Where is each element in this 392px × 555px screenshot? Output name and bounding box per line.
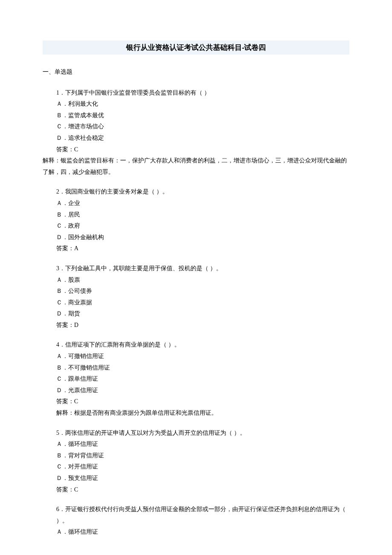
question-stem: 4．信用证项下的汇票附有商业单据的是（ ）。 xyxy=(43,339,349,351)
question-option: Ｄ．期货 xyxy=(43,308,349,320)
question-option: Ｄ．预支信用证 xyxy=(43,473,349,484)
question-block: 6．开证银行授权代付行向受益人预付信用证金额的全部或一部分，由开证行保证偿还并负… xyxy=(43,504,349,538)
question-stem: 5．两张信用证的开证申请人互以对方为受益人而开立的信用证为（ ）。 xyxy=(43,428,349,439)
question-answer: 答案：C xyxy=(43,484,349,496)
question-option: Ｂ．背对背信用证 xyxy=(43,450,349,462)
question-option: Ｄ．追求社会稳定 xyxy=(43,133,349,144)
question-option: Ｄ．光票信用证 xyxy=(43,385,349,396)
question-option: Ｃ．跟单信用证 xyxy=(43,373,349,385)
question-option: Ａ．股票 xyxy=(43,275,349,286)
question-option: Ａ．可撤销信用证 xyxy=(43,351,349,362)
question-block: 5．两张信用证的开证申请人互以对方为受益人而开立的信用证为（ ）。 Ａ．循环信用… xyxy=(43,428,349,496)
question-answer: 答案：D xyxy=(43,320,349,331)
question-option: Ａ．循环信用证 xyxy=(43,526,349,538)
question-answer: 答案：C xyxy=(43,396,349,408)
page-title: 银行从业资格认证考试公共基础科目-试卷四 xyxy=(43,43,349,52)
question-explanation: 解释：银监会的监管目标有：一，保护广大存款人和消费者的利益，二，增进市场信心，三… xyxy=(43,155,349,178)
question-explanation-wrapper: 解释：银监会的监管目标有：一，保护广大存款人和消费者的利益，二，增进市场信心，三… xyxy=(43,155,349,178)
question-stem: 2．我国商业银行的主要业务对象是（ ）。 xyxy=(43,186,349,198)
question-option: Ｄ．国外金融机构 xyxy=(43,232,349,243)
question-stem: 6．开证银行授权代付行向受益人预付信用证金额的全部或一部分，由开证行保证偿还并负… xyxy=(43,504,349,526)
question-option: Ｃ．增进市场信心 xyxy=(43,121,349,133)
question-option: Ｂ．监管成本最优 xyxy=(43,110,349,121)
question-option: Ｃ．政府 xyxy=(43,220,349,232)
question-answer: 答案：A xyxy=(43,243,349,254)
question-option: Ｃ．对开信用证 xyxy=(43,461,349,473)
question-block: 1．下列属于中国银行业监督管理委员会监管目标的有（ ） Ａ．利润最大化 Ｂ．监管… xyxy=(43,87,349,178)
question-option: Ｃ．商业票据 xyxy=(43,297,349,309)
question-block: 4．信用证项下的汇票附有商业单据的是（ ）。 Ａ．可撤销信用证 Ｂ．不可撤销信用… xyxy=(43,339,349,419)
question-block: 2．我国商业银行的主要业务对象是（ ）。 Ａ．企业 Ｂ．居民 Ｃ．政府 Ｄ．国外… xyxy=(43,186,349,254)
question-option: Ａ．利润最大化 xyxy=(43,98,349,110)
document-page: 银行从业资格认证考试公共基础科目-试卷四 一、单选题 1．下列属于中国银行业监督… xyxy=(0,0,392,555)
question-option: Ｂ．居民 xyxy=(43,209,349,221)
question-option: Ｂ．公司债券 xyxy=(43,286,349,297)
question-explanation: 解释：根据是否附有商业票据分为跟单信用证和光票信用证。 xyxy=(43,408,349,419)
question-stem: 1．下列属于中国银行业监督管理委员会监管目标的有（ ） xyxy=(43,87,349,99)
question-option: Ａ．循环信用证 xyxy=(43,439,349,450)
question-stem: 3．下列金融工具中，其职能主要是用于保值、投机的是（ ）。 xyxy=(43,263,349,275)
question-option: Ｂ．不可撤销信用证 xyxy=(43,362,349,374)
question-option: Ａ．企业 xyxy=(43,198,349,209)
section-header: 一、单选题 xyxy=(43,66,349,78)
question-block: 3．下列金融工具中，其职能主要是用于保值、投机的是（ ）。 Ａ．股票 Ｂ．公司债… xyxy=(43,263,349,331)
question-answer: 答案：C xyxy=(43,144,349,156)
title-container: 银行从业资格认证考试公共基础科目-试卷四 xyxy=(43,40,349,55)
